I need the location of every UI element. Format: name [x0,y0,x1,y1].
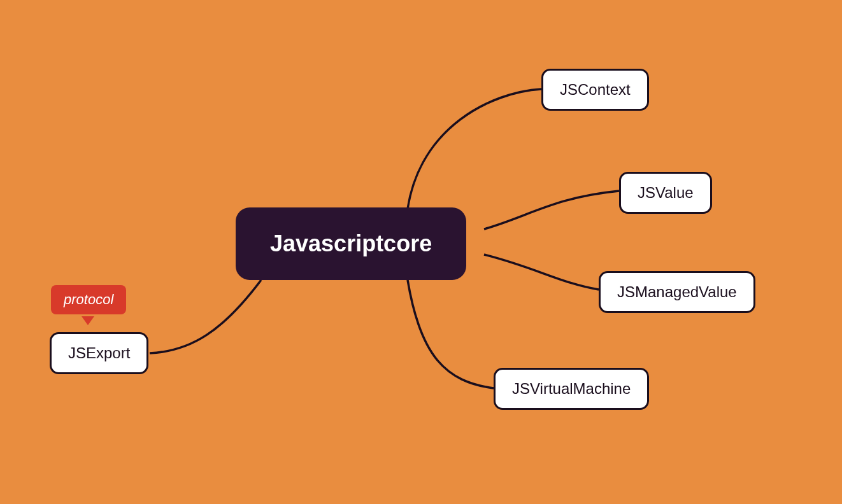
connector-jscontext [408,89,541,209]
node-jsmanagedvalue: JSManagedValue [599,271,755,313]
connector-jsvirtualmachine [408,280,494,388]
connector-jsvalue [484,191,619,229]
node-jsexport-label: JSExport [68,344,130,361]
node-jsvirtualmachine: JSVirtualMachine [494,368,649,410]
badge-protocol-label: protocol [64,291,113,307]
node-jscontext: JSContext [541,69,649,111]
badge-protocol: protocol [51,285,126,314]
badge-protocol-tail [82,316,94,325]
node-jsmanagedvalue-label: JSManagedValue [617,283,737,300]
node-jsexport: JSExport [50,332,148,374]
node-jsvalue-label: JSValue [638,184,694,201]
node-jsvirtualmachine-label: JSVirtualMachine [512,380,631,397]
node-jscontext-label: JSContext [560,81,631,98]
connector-jsmanagedvalue [484,255,599,290]
center-node-label: Javascriptcore [270,230,432,256]
connector-jsexport [150,280,261,353]
node-jsvalue: JSValue [619,172,712,214]
center-node-javascriptcore: Javascriptcore [236,207,466,280]
